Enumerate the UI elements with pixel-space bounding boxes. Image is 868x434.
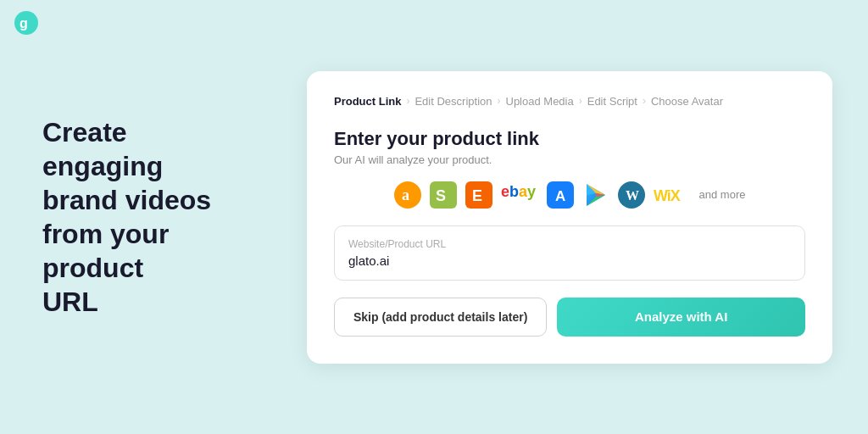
headline: Create engaging brand videos from your p…	[42, 115, 246, 319]
url-input-value: glato.ai	[348, 253, 791, 268]
svg-text:A: A	[555, 188, 565, 204]
breadcrumb-sep-3: ›	[579, 95, 582, 107]
left-panel: Create engaging brand videos from your p…	[0, 81, 288, 353]
breadcrumb-sep-4: ›	[643, 95, 646, 107]
breadcrumb-product-link[interactable]: Product Link	[334, 95, 401, 108]
and-more-label: and more	[699, 188, 746, 201]
svg-text:g: g	[19, 16, 28, 31]
ebay-icon: ebay	[501, 181, 538, 209]
breadcrumb-upload-media[interactable]: Upload Media	[506, 95, 574, 108]
svg-text:S: S	[436, 187, 446, 204]
breadcrumb-edit-description[interactable]: Edit Description	[415, 95, 492, 108]
action-buttons: Skip (add product details later) Analyze…	[334, 298, 805, 337]
svg-text:ebay: ebay	[501, 183, 536, 200]
etsy-icon: E	[465, 181, 492, 209]
logo: g	[14, 10, 39, 36]
svg-text:W: W	[626, 188, 639, 203]
wix-icon: WiX	[654, 181, 691, 209]
breadcrumb-sep-2: ›	[498, 95, 501, 107]
google-play-icon	[582, 181, 609, 209]
svg-text:E: E	[472, 187, 482, 204]
card-subtitle: Our AI will analyze your product.	[334, 153, 805, 166]
url-input[interactable]: Website/Product URL glato.ai	[334, 225, 805, 281]
analyze-button[interactable]: Analyze with AI	[557, 298, 805, 337]
svg-text:a: a	[402, 186, 409, 203]
brand-icons-row: a S E ebay	[334, 181, 805, 209]
shopify-icon: S	[430, 181, 457, 209]
url-input-label: Website/Product URL	[348, 238, 791, 250]
main-card: Product Link › Edit Description › Upload…	[307, 71, 832, 364]
skip-button[interactable]: Skip (add product details later)	[334, 298, 547, 337]
wordpress-icon: W	[618, 181, 645, 209]
breadcrumb-edit-script[interactable]: Edit Script	[587, 95, 637, 108]
appstore-icon: A	[547, 181, 574, 209]
breadcrumb: Product Link › Edit Description › Upload…	[334, 95, 805, 108]
right-panel: Product Link › Edit Description › Upload…	[288, 54, 868, 381]
amazon-icon: a	[394, 181, 421, 209]
breadcrumb-choose-avatar[interactable]: Choose Avatar	[651, 95, 723, 108]
card-title: Enter your product link	[334, 128, 805, 150]
svg-text:WiX: WiX	[654, 187, 681, 203]
breadcrumb-sep-1: ›	[406, 95, 409, 107]
